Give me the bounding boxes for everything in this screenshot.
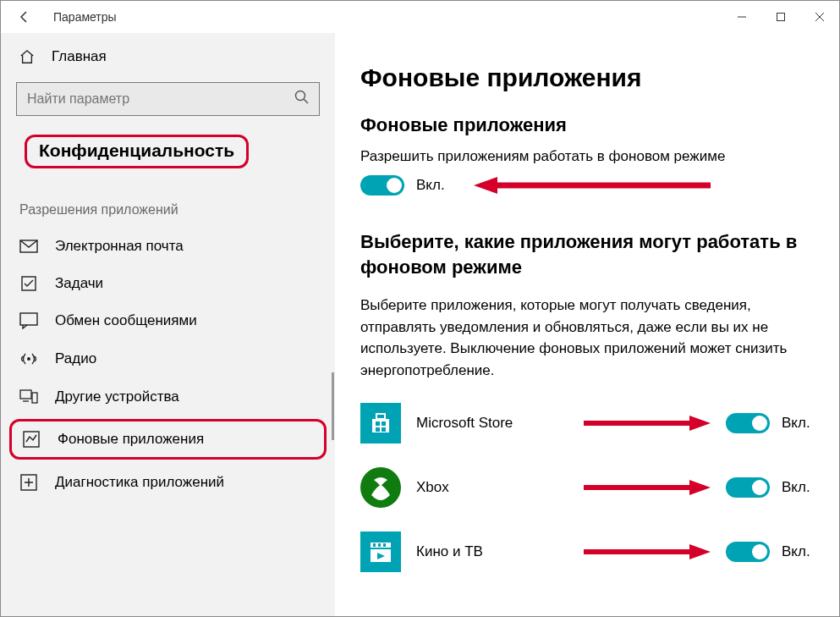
sidebar-item-radio[interactable]: Радио [1, 339, 335, 378]
master-toggle[interactable] [360, 175, 404, 196]
svg-point-7 [27, 357, 30, 361]
app-toggle-store[interactable] [726, 413, 770, 433]
svg-rect-8 [20, 390, 31, 399]
svg-rect-29 [383, 543, 386, 547]
minimize-icon [737, 12, 747, 22]
svg-rect-18 [382, 421, 386, 426]
xbox-icon [360, 467, 401, 508]
sidebar-item-label: Обмен сообщениями [55, 312, 197, 329]
messaging-icon [19, 312, 38, 329]
svg-rect-6 [20, 313, 37, 325]
app-name: Xbox [416, 479, 568, 496]
app-toggle-state: Вкл. [782, 479, 810, 496]
sidebar-item-tasks[interactable]: Задачи [1, 265, 335, 302]
svg-rect-11 [24, 432, 39, 447]
sidebar-item-label: Фоновые приложения [58, 431, 204, 448]
window-title: Параметры [53, 10, 117, 24]
svg-rect-20 [382, 427, 386, 432]
svg-marker-32 [689, 544, 711, 559]
sidebar-item-label: Радио [55, 350, 96, 367]
section1-title: Фоновые приложения [360, 114, 814, 136]
sidebar-item-app-diagnostics[interactable]: Диагностика приложений [1, 463, 335, 502]
app-toggle-movies[interactable] [726, 542, 770, 562]
sidebar-section-label: Разрешения приложений [1, 187, 335, 228]
svg-rect-17 [376, 421, 380, 426]
sidebar-item-background-apps[interactable]: Фоновые приложения [9, 419, 327, 460]
annotation-arrow [584, 415, 711, 432]
back-button[interactable] [11, 10, 38, 24]
app-toggle-state: Вкл. [782, 415, 810, 432]
tasks-icon [19, 275, 38, 292]
svg-rect-16 [376, 414, 385, 419]
sidebar-item-label: Другие устройства [55, 388, 179, 405]
section2-title: Выберите, какие приложения могут работат… [360, 229, 814, 279]
minimize-button[interactable] [722, 3, 761, 30]
close-icon [815, 12, 825, 22]
svg-marker-22 [689, 416, 711, 431]
home-icon [19, 49, 35, 64]
close-button[interactable] [800, 3, 839, 30]
annotation-arrow [584, 479, 711, 496]
svg-rect-5 [22, 277, 36, 290]
annotation-arrow [474, 175, 711, 196]
svg-marker-24 [689, 480, 711, 495]
app-row-xbox: Xbox Вкл. [360, 467, 814, 508]
svg-rect-9 [32, 393, 37, 403]
svg-rect-27 [373, 543, 376, 547]
maximize-icon [776, 12, 786, 22]
svg-rect-1 [777, 14, 785, 21]
app-toggle-state: Вкл. [782, 543, 810, 560]
app-row-movies: Кино и ТВ Вкл. [360, 532, 814, 572]
section2-description: Выберите приложения, которые могут получ… [360, 295, 814, 381]
app-row-store: Microsoft Store Вкл. [360, 403, 814, 443]
diagnostics-icon [19, 473, 38, 492]
mail-icon [19, 240, 38, 253]
sidebar: Главная Конфиденциальность Разрешения пр… [1, 33, 335, 616]
section1-label: Разрешить приложениям работать в фоновом… [360, 148, 814, 165]
main-content: Фоновые приложения Фоновые приложения Ра… [335, 33, 839, 616]
svg-marker-14 [474, 177, 497, 194]
app-name: Microsoft Store [416, 415, 568, 432]
movies-tv-icon [360, 532, 401, 572]
sidebar-item-label: Диагностика приложений [55, 474, 224, 491]
sidebar-item-label: Электронная почта [55, 238, 184, 255]
title-bar: Параметры [1, 1, 839, 33]
sidebar-scrollbar[interactable] [332, 372, 334, 440]
devices-icon [19, 389, 38, 405]
store-icon [360, 403, 401, 443]
svg-rect-15 [372, 419, 389, 432]
sidebar-category: Конфиденциальность [1, 135, 335, 187]
app-toggle-xbox[interactable] [726, 477, 770, 498]
master-toggle-state: Вкл. [416, 177, 445, 194]
annotation-arrow [584, 543, 711, 560]
svg-rect-19 [376, 427, 380, 432]
sidebar-item-label: Задачи [55, 275, 103, 292]
sidebar-home[interactable]: Главная [1, 43, 335, 82]
sidebar-home-label: Главная [52, 48, 107, 65]
app-name: Кино и ТВ [416, 543, 568, 560]
svg-rect-28 [378, 543, 381, 547]
radio-icon [19, 350, 38, 368]
maximize-button[interactable] [761, 3, 800, 30]
sidebar-item-other-devices[interactable]: Другие устройства [1, 378, 335, 416]
page-title: Фоновые приложения [360, 63, 814, 92]
sidebar-item-messaging[interactable]: Обмен сообщениями [1, 302, 335, 339]
background-apps-icon [22, 430, 41, 449]
search-input[interactable] [16, 82, 320, 116]
sidebar-item-email[interactable]: Электронная почта [1, 228, 335, 265]
search-box[interactable] [16, 82, 320, 116]
arrow-left-icon [18, 10, 31, 24]
annotation-highlight-category: Конфиденциальность [25, 135, 249, 168]
